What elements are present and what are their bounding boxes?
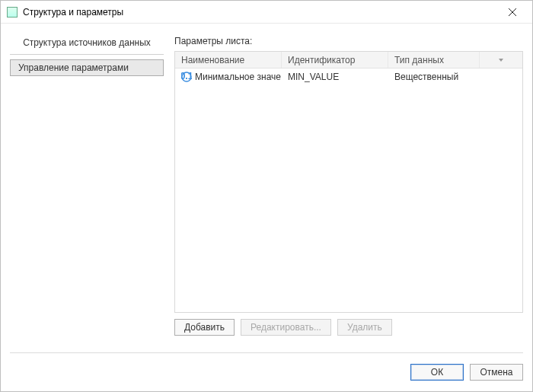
- row-type: Вещественный: [388, 72, 480, 82]
- chevron-down-icon: [499, 59, 503, 62]
- edit-button: Редактировать...: [241, 319, 331, 336]
- parameter-icon: 0.1: [181, 72, 192, 82]
- nav-manage-parameters-label: Управление параметрами: [18, 62, 129, 73]
- row-name: Минимальное значе…: [195, 72, 282, 82]
- right-panel: Параметры листа: Наименование Идентифика…: [174, 33, 523, 336]
- close-button[interactable]: [497, 2, 528, 23]
- dialog-footer: ОК Отмена: [1, 353, 532, 391]
- cancel-button[interactable]: Отмена: [470, 364, 523, 381]
- nav-manage-parameters[interactable]: Управление параметрами: [10, 59, 164, 76]
- delete-button: Удалить: [337, 319, 392, 336]
- ok-button[interactable]: ОК: [410, 364, 464, 381]
- app-icon: [7, 7, 18, 18]
- left-heading: Структура источников данных: [10, 33, 164, 54]
- col-header-name[interactable]: Наименование: [175, 52, 282, 68]
- divider: [10, 54, 164, 55]
- svg-text:0.1: 0.1: [181, 72, 192, 81]
- right-heading: Параметры листа:: [174, 33, 523, 51]
- parameters-grid: Наименование Идентификатор Тип данных 0.…: [174, 51, 523, 313]
- left-panel: Структура источников данных Управление п…: [10, 33, 164, 336]
- window-title: Структура и параметры: [23, 7, 497, 18]
- dialog-body: Структура источников данных Управление п…: [1, 24, 532, 336]
- add-button[interactable]: Добавить: [174, 319, 235, 336]
- dialog-window: Структура и параметры Структура источник…: [0, 0, 533, 392]
- titlebar: Структура и параметры: [1, 1, 532, 24]
- col-header-menu[interactable]: [480, 52, 522, 68]
- col-header-id[interactable]: Идентификатор: [282, 52, 388, 68]
- grid-actions: Добавить Редактировать... Удалить: [174, 313, 523, 336]
- row-id: MIN_VALUE: [282, 72, 388, 82]
- grid-header: Наименование Идентификатор Тип данных: [175, 52, 522, 69]
- col-header-type[interactable]: Тип данных: [388, 52, 480, 68]
- table-row[interactable]: 0.1 Минимальное значе… MIN_VALUE Веществ…: [175, 69, 522, 85]
